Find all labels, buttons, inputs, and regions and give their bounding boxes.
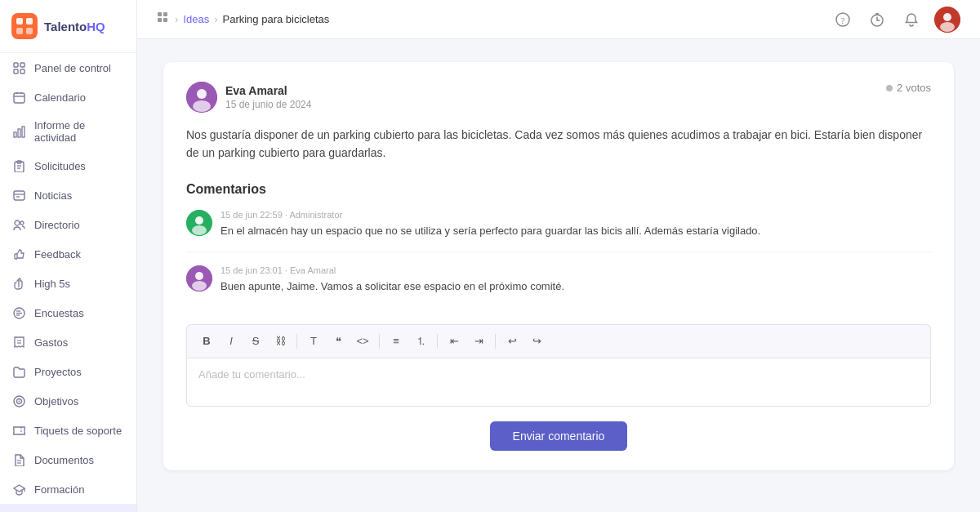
svg-point-52	[943, 13, 951, 21]
logo-text: TalentoHQ	[44, 20, 105, 33]
help-button[interactable]: ?	[831, 8, 854, 31]
nav-label-calendario: Calendario	[34, 91, 86, 104]
sidebar-item-gastos[interactable]: Gastos	[0, 327, 136, 357]
sidebar-item-feedback[interactable]: Feedback	[0, 239, 136, 269]
comment-item-c1: 15 de jun 22:59 · Administrator En el al…	[186, 210, 931, 253]
nav-label-directorio: Directorio	[34, 219, 80, 231]
user-avatar[interactable]	[934, 7, 960, 33]
toolbar-heading[interactable]: T	[302, 330, 325, 353]
svg-point-53	[940, 22, 955, 32]
editor-area: BIS⛓T❝<>≡⒈⇤⇥↩↪ Enviar comentario	[186, 324, 931, 451]
toolbar-link[interactable]: ⛓	[269, 330, 292, 353]
post-card: Eva Amaral 15 de junio de 2024 2 votos N…	[163, 62, 954, 470]
svg-rect-2	[26, 18, 33, 24]
svg-rect-1	[16, 18, 23, 24]
toolbar-bold[interactable]: B	[195, 330, 218, 353]
post-author-date: 15 de junio de 2024	[225, 99, 311, 110]
svg-point-59	[192, 225, 207, 235]
toolbar-strikethrough[interactable]: S	[244, 330, 267, 353]
nav-label-informe: Informe de actividad	[34, 119, 125, 144]
toolbar-ordered-list[interactable]: ⒈	[409, 330, 432, 353]
submit-area: Enviar comentario	[186, 421, 931, 451]
svg-rect-44	[163, 18, 167, 22]
comment-meta-c2: 15 de jun 23:01 · Eva Amaral	[220, 265, 931, 275]
toolbar-indent-left[interactable]: ⇤	[443, 330, 466, 353]
top-bar: › Ideas › Parking para bicicletas ?	[137, 0, 980, 39]
svg-rect-4	[26, 28, 33, 34]
sidebar-item-noticias[interactable]: Noticias	[0, 180, 136, 210]
svg-rect-15	[22, 127, 24, 137]
nav-label-high5s: High 5s	[34, 278, 70, 290]
svg-point-61	[195, 272, 203, 280]
content-area: Eva Amaral 15 de junio de 2024 2 votos N…	[137, 39, 980, 512]
home-icon[interactable]	[157, 11, 170, 27]
nav-icon-calendario	[11, 90, 26, 105]
nav-icon-feedback	[11, 247, 26, 261]
sidebar-item-tiquets[interactable]: Tiquets de soporte	[0, 416, 136, 445]
nav-label-gastos: Gastos	[34, 336, 68, 349]
sidebar-item-proyectos[interactable]: Proyectos	[0, 357, 136, 386]
nav-label-formacion: Formación	[34, 483, 84, 496]
submit-button[interactable]: Enviar comentario	[490, 421, 628, 451]
nav-label-solicitudes: Solicitudes	[34, 160, 86, 172]
comment-input[interactable]	[186, 358, 931, 407]
toolbar-sep-3	[296, 334, 297, 349]
logo-icon	[11, 13, 38, 39]
sidebar-item-high5s[interactable]: High 5s	[0, 269, 136, 298]
svg-point-55	[197, 89, 207, 99]
post-author-name: Eva Amaral	[225, 84, 311, 97]
sidebar-item-ideas[interactable]: Ideas	[0, 504, 136, 512]
nav-icon-informe	[11, 124, 26, 139]
toolbar-code[interactable]: <>	[351, 330, 374, 353]
svg-point-62	[192, 281, 207, 291]
toolbar-undo[interactable]: ↩	[501, 330, 523, 353]
toolbar-sep-8	[437, 334, 438, 349]
comments-title: Comentarios	[186, 182, 931, 197]
svg-point-56	[193, 100, 211, 112]
breadcrumb-sep-2: ›	[214, 13, 217, 25]
toolbar-italic[interactable]: I	[220, 330, 243, 353]
comment-avatar-c1	[186, 210, 212, 236]
sidebar-item-solicitudes[interactable]: Solicitudes	[0, 151, 136, 180]
comment-text-c2: Buen apunte, Jaime. Vamos a solicitar es…	[220, 278, 931, 295]
breadcrumb-current: Parking para bicicletas	[223, 13, 330, 25]
nav-label-feedback: Feedback	[34, 248, 81, 260]
notification-button[interactable]	[900, 8, 923, 31]
comments-list: 15 de jun 22:59 · Administrator En el al…	[186, 210, 931, 308]
svg-rect-0	[11, 13, 38, 39]
toolbar-redo[interactable]: ↪	[525, 330, 548, 353]
nav-label-proyectos: Proyectos	[34, 366, 82, 378]
top-actions: ?	[831, 7, 960, 33]
toolbar-quote[interactable]: ❝	[327, 330, 350, 353]
svg-rect-6	[20, 63, 24, 67]
sidebar-item-encuestas[interactable]: Encuestas	[0, 298, 136, 327]
toolbar-sep-6	[379, 334, 380, 349]
post-body: Nos gustaría disponer de un parking cubi…	[186, 126, 931, 163]
toolbar-bullet-list[interactable]: ≡	[385, 330, 408, 353]
timer-button[interactable]	[866, 8, 889, 31]
breadcrumb-sep-1: ›	[175, 13, 178, 25]
comment-item-c2: 15 de jun 23:01 · Eva Amaral Buen apunte…	[186, 265, 931, 308]
toolbar-sep-10	[495, 334, 496, 349]
breadcrumb-section[interactable]: Ideas	[183, 13, 209, 25]
sidebar-item-panel[interactable]: Panel de control	[0, 53, 136, 82]
nav-icon-documentos	[11, 452, 26, 467]
nav-icon-directorio	[11, 217, 26, 232]
nav-icon-encuestas	[11, 305, 26, 320]
vote-badge[interactable]: 2 votos	[886, 82, 931, 94]
sidebar-item-directorio[interactable]: Directorio	[0, 210, 136, 239]
sidebar-item-objetivos[interactable]: Objetivos	[0, 386, 136, 416]
toolbar-indent-right[interactable]: ⇥	[467, 330, 490, 353]
comments-section: Comentarios 15 de jun 22:59 · Administra…	[186, 182, 931, 308]
comment-text-c1: En el almacén hay un espacio que no se u…	[220, 223, 931, 239]
svg-text:?: ?	[841, 15, 845, 24]
svg-marker-37	[14, 485, 24, 492]
nav-icon-high5s	[11, 276, 26, 291]
sidebar-item-informe[interactable]: Informe de actividad	[0, 112, 136, 151]
svg-rect-20	[14, 191, 24, 200]
sidebar-item-formacion[interactable]: Formación	[0, 474, 136, 504]
nav-label-panel: Panel de control	[34, 62, 111, 74]
sidebar-item-calendario[interactable]: Calendario	[0, 82, 136, 112]
sidebar-item-documentos[interactable]: Documentos	[0, 445, 136, 474]
svg-rect-3	[16, 28, 23, 34]
